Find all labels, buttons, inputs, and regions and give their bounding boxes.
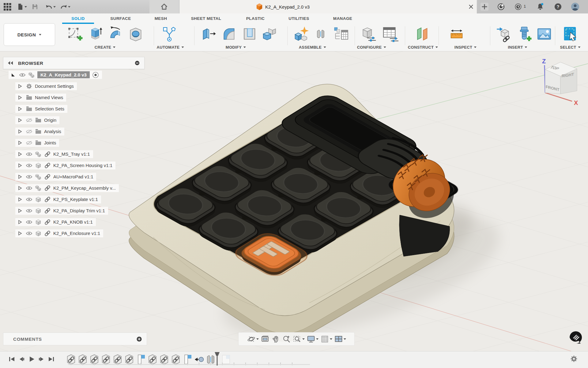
chevron-down-icon[interactable] — [344, 338, 346, 340]
browser-item-label[interactable]: Analysis — [44, 129, 61, 134]
eye-icon[interactable] — [19, 72, 26, 78]
expander-icon[interactable] — [10, 72, 17, 78]
group-label-insert[interactable]: INSERT — [508, 44, 527, 50]
browser-item-label[interactable]: AU+MacroPad v1:1 — [53, 174, 93, 179]
group-label-construct[interactable]: CONSTRUCT — [408, 44, 438, 50]
chevron-down-icon[interactable] — [316, 338, 318, 340]
display-filter-icon[interactable] — [134, 60, 141, 66]
expander-icon[interactable] — [17, 94, 23, 101]
eye-off-icon[interactable] — [26, 117, 32, 124]
go-to-start-button[interactable] — [8, 355, 16, 363]
browser-item-label[interactable]: Joints — [44, 140, 56, 145]
new-component-button[interactable] — [292, 25, 309, 43]
expander-icon[interactable] — [17, 117, 23, 124]
undo-icon[interactable] — [45, 2, 53, 11]
group-label-assemble[interactable]: ASSEMBLE — [299, 44, 326, 50]
expander-icon[interactable] — [17, 128, 23, 135]
close-tab-icon[interactable] — [467, 2, 475, 11]
insert-canvas-button[interactable] — [535, 25, 553, 43]
timeline-feature-suppressed[interactable] — [221, 354, 231, 365]
eye-off-icon[interactable] — [26, 128, 32, 135]
fillet-button[interactable] — [220, 25, 238, 43]
eye-icon[interactable] — [26, 185, 32, 191]
browser-item-label[interactable]: K2_PA_Screen Housing v1:1 — [53, 163, 112, 168]
expander-icon[interactable] — [17, 219, 23, 225]
select-button[interactable] — [561, 25, 579, 43]
timeline-track[interactable] — [68, 364, 310, 365]
home-tab[interactable] — [149, 0, 179, 13]
chevron-down-icon[interactable] — [256, 338, 259, 340]
revolve-button[interactable] — [107, 25, 124, 43]
eye-icon[interactable] — [26, 207, 32, 214]
file-dropdown-caret[interactable] — [24, 6, 27, 8]
display-settings-tool[interactable] — [307, 335, 318, 343]
expander-icon[interactable] — [17, 162, 23, 169]
shell-button[interactable] — [240, 25, 258, 43]
expander-icon[interactable] — [17, 185, 23, 191]
save-icon[interactable] — [31, 2, 39, 11]
hole-button[interactable] — [127, 25, 145, 43]
group-label-inspect[interactable]: INSPECT — [454, 44, 477, 50]
redo-icon[interactable] — [59, 2, 68, 11]
eye-icon[interactable] — [26, 196, 32, 203]
zoom-tool[interactable] — [282, 335, 291, 343]
browser-item-label[interactable]: Origin — [44, 117, 56, 123]
create-sketch-button[interactable] — [66, 25, 84, 43]
expander-icon[interactable] — [17, 151, 23, 158]
job-status-icon[interactable] — [514, 2, 522, 11]
tab-surface[interactable]: SURFACE — [98, 13, 144, 24]
browser-row-chip[interactable]: Named Views — [15, 94, 66, 102]
browser-row-chip[interactable]: Selection Sets — [15, 105, 67, 113]
browser-row-chip[interactable]: Analysis — [15, 128, 64, 136]
configure-cube-button[interactable] — [359, 25, 377, 43]
browser-item-label[interactable]: Selection Sets — [35, 106, 64, 111]
chevron-down-icon[interactable] — [330, 338, 332, 340]
measure-button[interactable] — [448, 25, 466, 43]
comments-bar[interactable]: COMMENTS — [3, 333, 147, 345]
automate-button[interactable] — [160, 25, 178, 43]
eye-icon[interactable] — [26, 230, 32, 237]
pan-tool[interactable] — [272, 335, 280, 343]
play-button[interactable] — [28, 355, 36, 363]
group-label-modify[interactable]: MODIFY — [226, 44, 246, 50]
expander-icon[interactable] — [17, 173, 23, 180]
configure-table-button[interactable] — [381, 25, 399, 43]
home-icon[interactable] — [160, 2, 168, 11]
group-label-select[interactable]: SELECT — [560, 44, 580, 50]
browser-row-chip[interactable]: Document Settings — [15, 82, 77, 90]
chevron-down-icon[interactable] — [302, 338, 305, 340]
browser-item-label[interactable]: K2_PM_Keycap_Assembly v... — [53, 185, 116, 191]
timeline-playhead[interactable] — [214, 352, 221, 367]
joint-button[interactable] — [312, 25, 330, 43]
view-cube[interactable]: Z X TOP FRONT RIGHT — [535, 57, 586, 107]
fit-tool[interactable] — [293, 335, 305, 343]
tab-plastic[interactable]: PLASTIC — [232, 13, 278, 24]
group-label-create[interactable]: CREATE — [95, 44, 115, 50]
insert-derive-button[interactable] — [495, 25, 513, 43]
browser-item-label[interactable]: K2_PS_Keyplate v1:1 — [53, 197, 98, 202]
tab-solid[interactable]: SOLID — [55, 13, 101, 24]
insert-fastener-button[interactable] — [515, 25, 533, 43]
timeline-settings-gear-icon[interactable] — [570, 355, 578, 364]
expander-icon[interactable] — [17, 139, 23, 146]
browser-row-chip[interactable]: K2_PA_Enclosure v1:1 — [15, 229, 103, 237]
browser-row-chip[interactable]: K2_PA_Screen Housing v1:1 — [15, 162, 115, 169]
apps-grid-icon[interactable] — [3, 2, 12, 11]
grid-settings-tool[interactable] — [321, 335, 332, 343]
tab-utilities[interactable]: UTILITIES — [276, 13, 322, 24]
assembly-table-button[interactable] — [332, 25, 350, 43]
collapse-panel-icon[interactable] — [7, 60, 14, 66]
undo-dropdown-caret[interactable] — [53, 6, 56, 8]
eye-icon[interactable] — [26, 162, 32, 169]
eye-icon[interactable] — [26, 219, 32, 225]
browser-row-chip[interactable]: K2_A_Keypad_2.0 v3 — [9, 71, 102, 79]
orbit-tool[interactable] — [247, 335, 259, 343]
browser-item-label[interactable]: Document Settings — [35, 84, 74, 89]
step-forward-button[interactable] — [37, 355, 45, 363]
eye-icon[interactable] — [26, 151, 32, 158]
group-label-configure[interactable]: CONFIGURE — [357, 44, 386, 50]
expander-icon[interactable] — [17, 230, 23, 237]
browser-item-label[interactable]: K2_A_Keypad_2.0 v3 — [37, 71, 90, 78]
browser-row-chip[interactable]: K2_PS_Keyplate v1:1 — [15, 195, 101, 203]
tab-sheet-metal[interactable]: SHEET METAL — [183, 13, 229, 24]
